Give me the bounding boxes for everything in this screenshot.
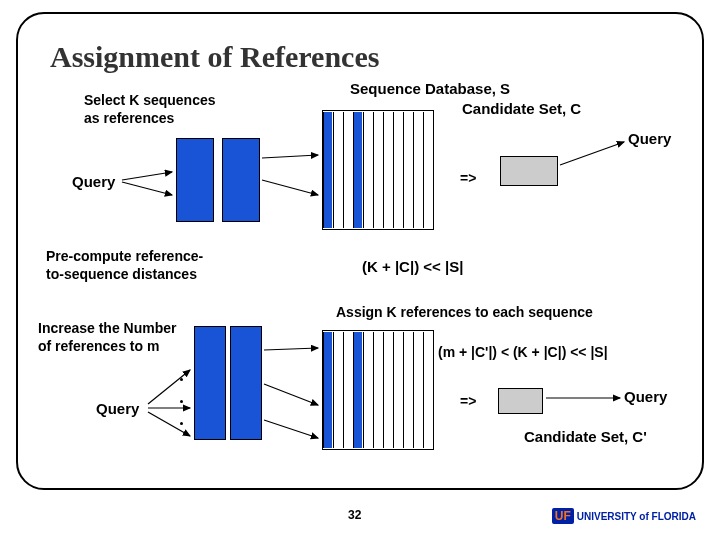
uf-text: UNIVERSITY of FLORIDA [577,511,696,522]
ellipsis-dot [180,422,183,425]
label-assign-k: Assign K references to each sequence [336,304,593,320]
candidate-box-bottom [498,388,543,414]
ellipsis-dot [180,378,183,381]
label-query-top-right: Query [628,130,671,147]
reference-block-m [230,326,262,440]
label-select-k: Select K sequencesas references [84,92,216,127]
label-candidate-set: Candidate Set, C [462,100,581,117]
label-query-bot-right: Query [624,388,667,405]
formula-m-plus-c: (m + |C'|) < (K + |C|) << |S| [438,344,608,360]
label-query-top-left: Query [72,173,115,190]
reference-block [222,138,260,222]
database-box-top [322,110,434,230]
arrow-symbol-bot: => [460,393,476,409]
ellipsis-dot [180,400,183,403]
arrow-symbol-top: => [460,170,476,186]
reference-block [176,138,214,222]
uf-mark: UF [552,508,574,524]
candidate-box-top [500,156,558,186]
label-query-bot-left: Query [96,400,139,417]
label-increase-m: Increase the Numberof references to m [38,320,177,355]
reference-block-m [194,326,226,440]
label-candidate-set-prime: Candidate Set, C' [524,428,647,445]
page-number: 32 [348,508,361,522]
formula-k-plus-c: (K + |C|) << |S| [362,258,463,275]
label-precompute: Pre-compute reference-to-sequence distan… [46,248,203,283]
database-box-bottom [322,330,434,450]
slide-title: Assignment of References [50,40,379,74]
label-database: Sequence Database, S [350,80,510,97]
uf-logo: UFUNIVERSITY of FLORIDA [552,508,696,524]
